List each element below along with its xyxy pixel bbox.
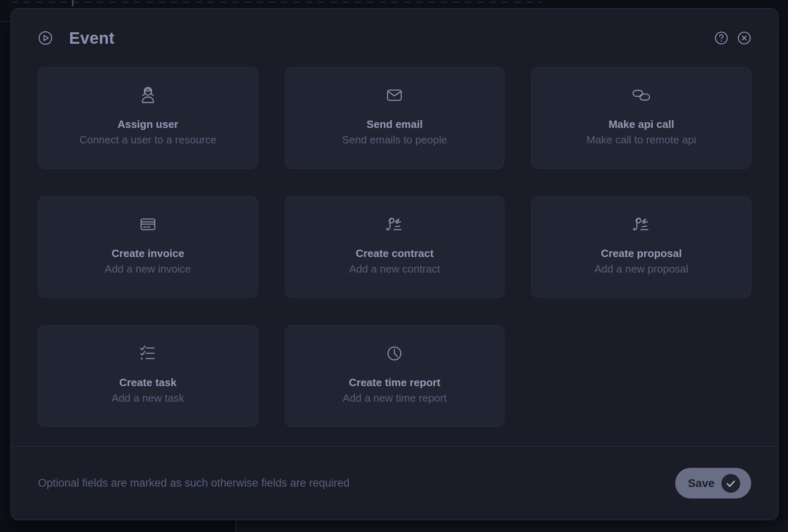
event-card-grid: Assign user Connect a user to a resource…	[38, 67, 751, 427]
signature-icon	[384, 214, 405, 235]
event-card-make-api-call[interactable]: Make api call Make call to remote api	[531, 67, 751, 169]
event-card-create-time-report[interactable]: Create time report Add a new time report	[285, 325, 505, 427]
card-subtitle: Send emails to people	[342, 134, 447, 146]
envelope-icon	[384, 85, 405, 106]
card-title: Create time report	[349, 376, 441, 389]
card-title: Create task	[119, 376, 177, 389]
card-title: Create contract	[356, 247, 434, 260]
play-circle-icon	[38, 31, 53, 45]
close-button[interactable]	[737, 31, 751, 45]
background-text-fragments	[11, 2, 543, 3]
checklist-icon	[137, 343, 159, 364]
check-circle-icon	[721, 474, 740, 493]
signature-icon	[631, 214, 652, 235]
help-button[interactable]	[714, 31, 728, 45]
save-button[interactable]: Save	[675, 468, 751, 498]
card-subtitle: Connect a user to a resource	[79, 134, 216, 146]
event-card-create-task[interactable]: Create task Add a new task	[38, 325, 258, 427]
event-card-create-invoice[interactable]: Create invoice Add a new invoice	[38, 196, 258, 298]
card-title: Create proposal	[601, 247, 682, 260]
card-title: Create invoice	[112, 247, 184, 260]
modal-footer: Optional fields are marked as such other…	[11, 446, 778, 520]
card-subtitle: Add a new invoice	[105, 263, 191, 275]
background-vertical-divider	[235, 520, 236, 532]
credit-card-icon	[137, 214, 159, 235]
event-card-assign-user[interactable]: Assign user Connect a user to a resource	[38, 67, 258, 169]
background-panel-left	[0, 520, 235, 532]
card-subtitle: Make call to remote api	[587, 134, 696, 146]
event-modal: Event Assign user	[11, 8, 779, 520]
question-circle-icon	[714, 31, 728, 45]
background-bottom-strip	[0, 520, 788, 532]
card-subtitle: Add a new proposal	[594, 263, 688, 275]
card-subtitle: Add a new time report	[343, 392, 446, 405]
event-card-create-contract[interactable]: Create contract Add a new contract	[285, 196, 505, 298]
card-subtitle: Add a new task	[112, 392, 184, 405]
event-card-create-proposal[interactable]: Create proposal Add a new proposal	[531, 196, 751, 298]
card-title: Assign user	[117, 118, 178, 131]
close-icon	[737, 31, 751, 45]
clock-icon	[384, 343, 405, 364]
event-card-send-email[interactable]: Send email Send emails to people	[285, 67, 505, 169]
background-panel-right	[236, 520, 788, 532]
card-subtitle: Add a new contract	[349, 263, 440, 275]
card-title: Send email	[367, 118, 423, 131]
footer-note: Optional fields are marked as such other…	[38, 477, 349, 490]
user-icon	[137, 85, 159, 106]
background-cursor-fragment	[72, 0, 74, 7]
background-divider-left	[0, 21, 11, 22]
card-title: Make api call	[609, 118, 674, 131]
save-label: Save	[688, 477, 714, 490]
modal-header: Event	[11, 30, 778, 46]
chain-link-icon	[631, 85, 652, 106]
modal-title: Event	[69, 29, 114, 47]
